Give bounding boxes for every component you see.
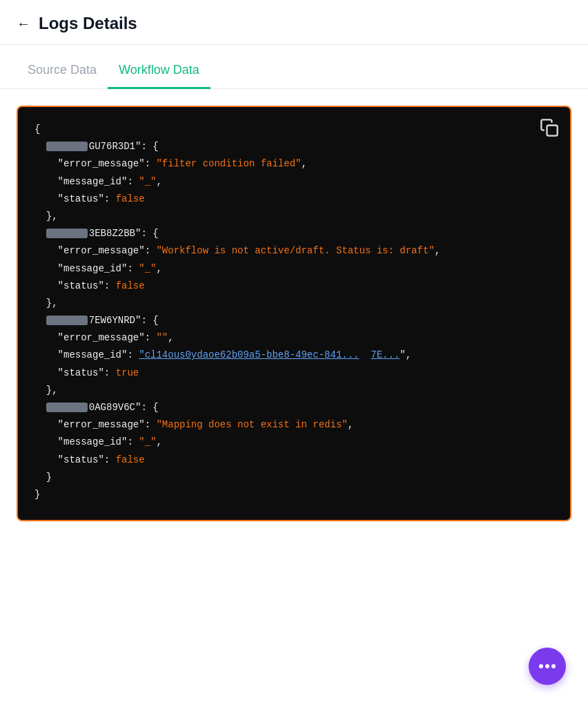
code-content: { GU76R3D1": { "error_message": "filter … xyxy=(18,107,570,520)
header: ← Logs Details xyxy=(0,0,588,45)
back-button[interactable]: ← xyxy=(17,16,30,32)
tabs-bar: Source Data Workflow Data xyxy=(0,50,588,89)
tab-workflow-data[interactable]: Workflow Data xyxy=(108,50,210,89)
redacted-id-3 xyxy=(46,316,88,325)
copy-button[interactable] xyxy=(540,118,559,137)
redacted-id-1 xyxy=(46,142,88,151)
svg-rect-0 xyxy=(547,126,558,136)
redacted-id-2 xyxy=(46,229,88,238)
page-title: Logs Details xyxy=(39,14,137,33)
code-block-container: { GU76R3D1": { "error_message": "filter … xyxy=(17,106,571,521)
tab-source-data[interactable]: Source Data xyxy=(17,50,108,89)
redacted-id-4 xyxy=(46,403,88,412)
chat-button[interactable] xyxy=(529,648,566,685)
chat-icon xyxy=(539,664,556,668)
